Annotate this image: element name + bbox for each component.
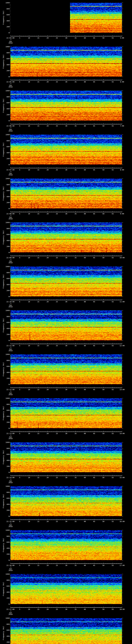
x-minor-tick bbox=[81, 344, 81, 344]
x-minor-tick bbox=[68, 124, 68, 124]
y-major-tick bbox=[122, 366, 123, 366]
y-minor-tick bbox=[122, 195, 122, 195]
x-major-tick bbox=[85, 387, 85, 388]
x-axis-tick-label: 45 bbox=[93, 257, 95, 258]
x-major-tick bbox=[57, 211, 57, 212]
x-axis-tick-label: 5 bbox=[19, 213, 20, 214]
x-major-tick bbox=[38, 299, 38, 300]
x-minor-tick bbox=[86, 519, 87, 520]
x-axis-tick-label: 5 bbox=[19, 389, 20, 390]
x-axis-end-time-label: 14:00 bbox=[120, 433, 124, 434]
y-minor-tick bbox=[10, 363, 10, 364]
y-major-tick bbox=[122, 9, 123, 9]
x-minor-tick bbox=[25, 519, 26, 520]
spectrogram-heatmap-canvas bbox=[10, 91, 122, 121]
y-minor-tick bbox=[10, 377, 10, 377]
x-minor-tick bbox=[86, 607, 87, 608]
x-minor-tick bbox=[64, 563, 64, 564]
x-minor-tick bbox=[62, 168, 63, 168]
y-axis-title: Frequency (Hz) bbox=[2, 538, 4, 552]
x-major-tick bbox=[57, 387, 57, 388]
x-major-tick bbox=[94, 299, 94, 300]
x-axis-start-time-label: 22:16:00 bbox=[6, 564, 14, 566]
y-minor-tick bbox=[122, 371, 122, 371]
x-axis-end-time-label: 9:00 bbox=[120, 213, 124, 214]
x-minor-tick bbox=[77, 256, 78, 256]
y-minor-tick bbox=[122, 465, 122, 465]
x-minor-tick bbox=[72, 168, 72, 168]
y-minor-tick bbox=[10, 54, 10, 54]
x-axis-tick-label: 30 bbox=[65, 81, 67, 83]
x-minor-tick bbox=[59, 80, 59, 80]
y-axis-tick-label: 600 bbox=[4, 322, 10, 323]
x-axis-tick-label: 20 bbox=[46, 257, 48, 258]
y-minor-tick bbox=[122, 277, 122, 277]
y-minor-tick bbox=[122, 533, 122, 533]
x-minor-tick bbox=[81, 563, 81, 564]
x-axis-tick-label: 15 bbox=[37, 345, 39, 346]
x-axis-date-year: 2016 bbox=[8, 394, 12, 396]
x-axis-tick-label: 10 bbox=[28, 345, 30, 346]
x-minor-tick bbox=[59, 563, 59, 564]
x-major-tick bbox=[94, 167, 94, 168]
y-minor-tick bbox=[122, 13, 122, 14]
x-major-tick bbox=[38, 167, 38, 168]
x-minor-tick bbox=[68, 80, 68, 80]
y-axis-tick-label: 800 bbox=[4, 52, 10, 54]
y-minor-tick bbox=[10, 4, 10, 4]
y-minor-tick bbox=[122, 425, 122, 426]
y-minor-tick bbox=[10, 588, 10, 588]
x-axis-tick-label: 55 bbox=[112, 81, 114, 83]
y-major-tick bbox=[122, 164, 123, 165]
x-axis-tick-label: 50 bbox=[102, 389, 104, 390]
x-axis-tick-label: 25 bbox=[56, 81, 58, 83]
y-minor-tick bbox=[10, 280, 10, 280]
x-minor-tick bbox=[60, 431, 61, 432]
x-minor-tick bbox=[62, 607, 63, 608]
x-minor-tick bbox=[90, 476, 90, 476]
y-major-tick bbox=[122, 472, 123, 472]
x-axis-tick-label: 30 bbox=[65, 345, 67, 346]
y-minor-tick bbox=[10, 192, 10, 192]
y-axis-title: Frequency (Hz) bbox=[2, 54, 4, 69]
x-axis-start-time-label: 22:17:00 bbox=[6, 608, 14, 610]
y-axis-tick-label: 600 bbox=[4, 366, 10, 367]
x-axis-tick-label: 40 bbox=[84, 169, 86, 171]
y-minor-tick bbox=[10, 359, 10, 359]
spectrogram-heatmap-canvas bbox=[10, 47, 122, 77]
x-minor-tick bbox=[72, 80, 72, 80]
x-minor-tick bbox=[107, 344, 107, 344]
x-major-tick bbox=[38, 79, 38, 80]
y-minor-tick bbox=[10, 156, 10, 156]
x-axis-date-year: 2016 bbox=[8, 262, 12, 264]
y-minor-tick bbox=[10, 634, 10, 635]
x-axis-tick-label: 35 bbox=[74, 477, 76, 478]
x-major-tick bbox=[29, 475, 29, 476]
x-minor-tick bbox=[90, 563, 90, 564]
y-minor-tick bbox=[122, 639, 122, 639]
x-minor-tick bbox=[46, 300, 46, 300]
x-minor-tick bbox=[25, 476, 26, 476]
x-axis-tick-label: 35 bbox=[74, 125, 76, 127]
x-major-tick bbox=[85, 211, 85, 212]
x-minor-tick bbox=[86, 388, 87, 388]
y-minor-tick bbox=[10, 583, 10, 583]
x-minor-tick bbox=[34, 607, 35, 608]
x-minor-tick bbox=[74, 80, 74, 80]
x-axis-tick-label: 20 bbox=[46, 169, 48, 171]
x-axis-tick-label: 55 bbox=[112, 257, 114, 258]
x-minor-tick bbox=[62, 476, 63, 476]
x-minor-tick bbox=[12, 519, 12, 520]
x-axis-tick-label: 25 bbox=[56, 477, 58, 478]
x-minor-tick bbox=[46, 36, 46, 36]
x-minor-tick bbox=[74, 300, 74, 300]
x-axis-end-time-label: 7:00 bbox=[120, 125, 124, 127]
y-minor-tick bbox=[10, 407, 10, 408]
x-axis-start-time-label: 22:09:00 bbox=[6, 257, 14, 258]
x-minor-tick bbox=[70, 519, 70, 520]
x-minor-tick bbox=[46, 344, 46, 344]
y-minor-tick bbox=[122, 469, 122, 470]
y-minor-tick bbox=[122, 282, 122, 282]
x-minor-tick bbox=[50, 256, 50, 256]
spectrogram-heatmap-canvas bbox=[10, 178, 122, 208]
